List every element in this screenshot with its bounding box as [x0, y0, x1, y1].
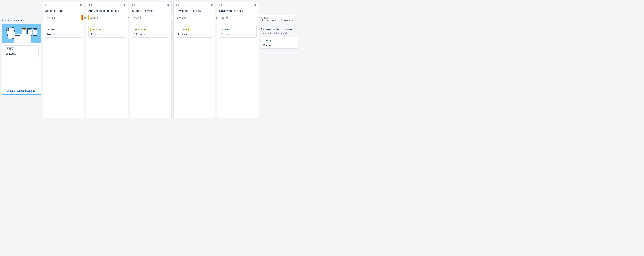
status-lozenge: REVIEW	[178, 28, 188, 31]
column: ⠿⠿Started - DevelopDEVELOP19 issues	[130, 1, 172, 118]
min-input[interactable]	[176, 15, 212, 20]
column-stripe	[45, 23, 82, 23]
column-title[interactable]: Developed - Review	[176, 9, 213, 12]
unmapped-stripe	[260, 24, 298, 24]
column-status-card[interactable]: START14 issues	[45, 26, 82, 38]
drag-handle-icon[interactable]: ⠿⠿	[45, 5, 48, 6]
column: ⠿⠿Reviewed - ClosedCLOSED189 issues	[217, 1, 259, 118]
min-input[interactable]	[219, 15, 256, 20]
help-icon[interactable]: ?	[290, 19, 292, 22]
status-lozenge: DEVELOP	[134, 28, 147, 31]
column-issues-count: 189 issues	[221, 33, 254, 35]
min-input[interactable]	[45, 15, 82, 20]
unmapped-note: Not visible on the board	[260, 32, 298, 34]
kanban-backlog-panel: Kanban backlog OPEN 36 issues What is Ka…	[2, 19, 41, 95]
column-stripe	[176, 23, 213, 23]
backlog-issues-count: 36 issues	[6, 52, 36, 55]
delete-column-button[interactable]	[123, 4, 126, 7]
status-lozenge-open: OPEN	[6, 47, 14, 51]
min-input[interactable]	[132, 15, 169, 20]
min-input[interactable]	[88, 15, 125, 20]
column: ⠿⠿Opened - StartSTART14 issues	[43, 1, 84, 118]
delete-column-button[interactable]	[254, 4, 256, 7]
column: ⠿⠿Analyze (use as needed)ANALYZE9 issues	[86, 1, 128, 118]
column-issues-count: 14 issues	[47, 33, 80, 35]
board-config: Kanban backlog OPEN 36 issues What is Ka…	[2, 1, 642, 118]
column-title[interactable]: Analyze (use as needed)	[88, 9, 126, 12]
column-issues-count: 4 issues	[178, 33, 211, 35]
column-status-card[interactable]: REVIEW4 issues	[176, 26, 213, 38]
backlog-card-area: OPEN 36 issues	[2, 43, 40, 87]
delete-column-button[interactable]	[80, 4, 82, 7]
delete-column-button[interactable]	[167, 4, 170, 7]
delete-column-button[interactable]	[210, 4, 213, 7]
drag-handle-icon[interactable]: ⠿⠿	[88, 5, 92, 6]
backlog-box: OPEN 36 issues What is Kanban backlog?	[2, 24, 41, 95]
unmapped-issues-count: 16 issues	[263, 44, 296, 47]
drag-handle-icon[interactable]: ⠿⠿	[219, 5, 223, 6]
unmapped-title: Unmapped Statuses	[260, 19, 288, 22]
status-lozenge-canceled: CANCELED	[263, 39, 277, 42]
status-lozenge: ANALYZE	[90, 28, 103, 31]
unmapped-statuses-panel: Unmapped Statuses ? Statuses containing …	[260, 19, 298, 49]
backlog-help-link[interactable]: What is Kanban backlog?	[7, 89, 35, 92]
column: ⠿⠿Developed - ReviewREVIEW4 issues	[174, 1, 215, 118]
column-title[interactable]: Started - Develop	[132, 9, 170, 12]
column-stripe	[88, 23, 126, 23]
backlog-illustration	[2, 24, 40, 43]
backlog-title: Kanban backlog	[2, 19, 41, 22]
unmapped-status-card[interactable]: CANCELED 16 issues	[260, 37, 298, 49]
column-stripe	[219, 23, 256, 23]
status-lozenge: START	[47, 28, 56, 31]
column-status-card[interactable]: DEVELOP19 issues	[132, 26, 170, 38]
backlog-status-card[interactable]: OPEN 36 issues	[4, 45, 38, 57]
column-status-card[interactable]: ANALYZE9 issues	[88, 26, 126, 38]
column-stripe	[132, 23, 170, 23]
column-issues-count: 9 issues	[90, 33, 124, 35]
drag-handle-icon[interactable]: ⠿⠿	[176, 5, 179, 6]
status-lozenge: CLOSED	[221, 28, 233, 31]
backlog-help: What is Kanban backlog?	[2, 87, 40, 94]
column-title[interactable]: Opened - Start	[45, 9, 82, 12]
column-status-card[interactable]: CLOSED189 issues	[219, 26, 256, 38]
column-issues-count: 19 issues	[134, 33, 167, 35]
unmapped-subtitle: Statuses containing issues	[260, 28, 298, 31]
drag-handle-icon[interactable]: ⠿⠿	[132, 5, 136, 6]
column-title[interactable]: Reviewed - Closed	[219, 9, 256, 12]
